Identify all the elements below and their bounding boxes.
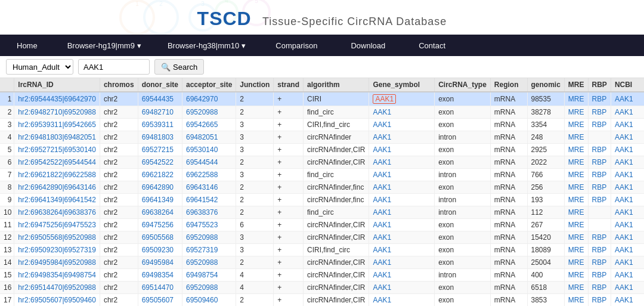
mre-cell[interactable]: MRE (564, 294, 588, 307)
ncbi-cell[interactable]: AAK1 (611, 206, 644, 219)
lrcrna-id-cell[interactable]: hr2:69641349|69641542 (14, 194, 100, 206)
gene-symbol-cell[interactable]: AAK1 (369, 206, 435, 219)
mre-cell[interactable]: MRE (564, 206, 588, 219)
mre-cell[interactable]: MRE (564, 256, 588, 269)
table-row[interactable]: 8hr2:69642890|69643146chr269642890696431… (0, 181, 644, 194)
rbp-cell[interactable] (588, 131, 611, 144)
search-input[interactable] (78, 59, 150, 75)
ncbi-cell[interactable]: AAK1 (611, 269, 644, 282)
mre-cell[interactable]: MRE (564, 244, 588, 256)
rbp-cell[interactable] (588, 206, 611, 219)
ncbi-cell[interactable]: AAK1 (611, 294, 644, 307)
rbp-cell[interactable]: RBP (588, 144, 611, 156)
table-row[interactable]: 16hr2:69514470|69520988chr26951447069520… (0, 282, 644, 294)
ncbi-cell[interactable]: AAK1 (611, 194, 644, 206)
table-row[interactable]: 10hr2:69638264|69638376chr26963826469638… (0, 206, 644, 219)
mre-cell[interactable]: MRE (564, 269, 588, 282)
mre-cell[interactable]: MRE (564, 181, 588, 194)
rbp-cell[interactable]: RBP (588, 106, 611, 119)
nav-comparison[interactable]: Comparison (259, 35, 334, 56)
lrcrna-id-cell[interactable]: hr2:69527215|69530140 (14, 144, 100, 156)
gene-symbol-cell[interactable]: AAK1 (369, 169, 435, 181)
gene-symbol-cell[interactable]: AAK1 (369, 269, 435, 282)
table-row[interactable]: 9hr2:69641349|69641542chr269641349696415… (0, 194, 644, 206)
table-row[interactable]: 3hr2:69539311|69542665chr269539311695426… (0, 119, 644, 131)
rbp-cell[interactable]: RBP (588, 256, 611, 269)
lrcrna-id-cell[interactable]: hr2:69539311|69542665 (14, 119, 100, 131)
rbp-cell[interactable]: RBP (588, 156, 611, 169)
table-row[interactable]: 2hr2:69482710|69520988chr269482710695209… (0, 106, 644, 119)
table-row[interactable]: 7hr2:69621822|69622588chr269621822696225… (0, 169, 644, 181)
mre-cell[interactable]: MRE (564, 106, 588, 119)
ncbi-cell[interactable]: AAK1 (611, 282, 644, 294)
lrcrna-id-cell[interactable]: hr2:69544435|69642970 (14, 92, 100, 106)
lrcrna-id-cell[interactable]: hr2:69642890|69643146 (14, 181, 100, 194)
table-row[interactable]: 15hr2:69498354|69498754chr26949835469498… (0, 269, 644, 282)
gene-symbol-cell[interactable]: AAK1 (369, 256, 435, 269)
table-row[interactable]: 17hr2:69505607|69509460chr26950560769509… (0, 294, 644, 307)
lrcrna-id-cell[interactable]: hr2:69505607|69509460 (14, 294, 100, 307)
gene-symbol-cell[interactable]: AAK1 (369, 181, 435, 194)
table-row[interactable]: 13hr2:69509230|69527319chr26950923069527… (0, 244, 644, 256)
ncbi-cell[interactable]: AAK1 (611, 231, 644, 244)
rbp-cell[interactable] (588, 219, 611, 231)
ncbi-cell[interactable]: AAK1 (611, 244, 644, 256)
nav-browser-hg19[interactable]: Browser-hg19|mm9 ▾ (54, 35, 154, 56)
ncbi-cell[interactable]: AAK1 (611, 219, 644, 231)
lrcrna-id-cell[interactable]: hr2:69481803|69482051 (14, 131, 100, 144)
species-select[interactable]: Human_Adult Human_Fetal Mouse_Adult (6, 59, 73, 75)
nav-download[interactable]: Download (334, 35, 402, 56)
lrcrna-id-cell[interactable]: hr2:69498354|69498754 (14, 269, 100, 282)
gene-symbol-cell[interactable]: AAK1 (369, 144, 435, 156)
rbp-cell[interactable]: RBP (588, 244, 611, 256)
rbp-cell[interactable]: RBP (588, 294, 611, 307)
ncbi-cell[interactable]: AAK1 (611, 181, 644, 194)
mre-cell[interactable]: MRE (564, 119, 588, 131)
table-row[interactable]: 1hr2:69544435|69642970chr269544435696429… (0, 92, 644, 106)
gene-symbol-cell[interactable]: AAK1 (369, 219, 435, 231)
search-button[interactable]: 🔍 Search (154, 59, 204, 75)
nav-contact[interactable]: Contact (402, 35, 462, 56)
mre-cell[interactable]: MRE (564, 144, 588, 156)
rbp-cell[interactable]: RBP (588, 282, 611, 294)
gene-symbol-cell[interactable]: AAK1 (369, 294, 435, 307)
gene-symbol-cell[interactable]: AAK1 (369, 92, 435, 106)
gene-symbol-cell[interactable]: AAK1 (369, 244, 435, 256)
lrcrna-id-cell[interactable]: hr2:69495984|69520988 (14, 256, 100, 269)
table-row[interactable]: 14hr2:69495984|69520988chr26949598469520… (0, 256, 644, 269)
lrcrna-id-cell[interactable]: hr2:69505568|69520988 (14, 231, 100, 244)
lrcrna-id-cell[interactable]: hr2:69475256|69475523 (14, 219, 100, 231)
rbp-cell[interactable]: RBP (588, 92, 611, 106)
ncbi-cell[interactable]: AAK1 (611, 119, 644, 131)
table-row[interactable]: 4hr2:69481803|69482051chr269481803694820… (0, 131, 644, 144)
lrcrna-id-cell[interactable]: hr2:69509230|69527319 (14, 244, 100, 256)
gene-symbol-cell[interactable]: AAK1 (369, 131, 435, 144)
gene-symbol-cell[interactable]: AAK1 (369, 194, 435, 206)
ncbi-cell[interactable]: AAK1 (611, 131, 644, 144)
rbp-cell[interactable]: RBP (588, 169, 611, 181)
mre-cell[interactable]: MRE (564, 282, 588, 294)
table-row[interactable]: 11hr2:69475256|69475523chr26947525669475… (0, 219, 644, 231)
rbp-cell[interactable]: RBP (588, 231, 611, 244)
table-row[interactable]: 6hr2:69542522|69544544chr269542522695445… (0, 156, 644, 169)
lrcrna-id-cell[interactable]: hr2:69542522|69544544 (14, 156, 100, 169)
ncbi-cell[interactable]: AAK1 (611, 92, 644, 106)
ncbi-cell[interactable]: AAK1 (611, 256, 644, 269)
ncbi-cell[interactable]: AAK1 (611, 169, 644, 181)
mre-cell[interactable]: MRE (564, 156, 588, 169)
lrcrna-id-cell[interactable]: hr2:69514470|69520988 (14, 282, 100, 294)
rbp-cell[interactable]: RBP (588, 119, 611, 131)
nav-home[interactable]: Home (0, 35, 54, 56)
gene-symbol-cell[interactable]: AAK1 (369, 231, 435, 244)
ncbi-cell[interactable]: AAK1 (611, 156, 644, 169)
mre-cell[interactable]: MRE (564, 194, 588, 206)
lrcrna-id-cell[interactable]: hr2:69482710|69520988 (14, 106, 100, 119)
mre-cell[interactable]: MRE (564, 92, 588, 106)
gene-symbol-cell[interactable]: AAK1 (369, 106, 435, 119)
rbp-cell[interactable]: RBP (588, 194, 611, 206)
nav-browser-hg38[interactable]: Browser-hg38|mm10 ▾ (154, 35, 259, 56)
table-row[interactable]: 12hr2:69505568|69520988chr26950556869520… (0, 231, 644, 244)
mre-cell[interactable]: MRE (564, 219, 588, 231)
mre-cell[interactable]: MRE (564, 131, 588, 144)
gene-symbol-cell[interactable]: AAK1 (369, 282, 435, 294)
